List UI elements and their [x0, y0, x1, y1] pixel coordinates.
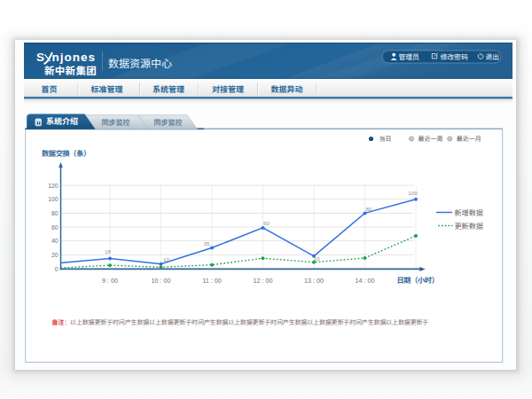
svg-text:标准管理: 标准管理: [90, 83, 122, 95]
svg-text:njones: njones: [52, 47, 97, 65]
svg-text:最近一月: 最近一月: [457, 134, 481, 143]
svg-text:20: 20: [51, 250, 59, 259]
svg-text:同步监控: 同步监控: [154, 117, 183, 127]
svg-text:备注：以上数据更新于时间产生数据以上数据更新于时间产生数据以: 备注：以上数据更新于时间产生数据以上数据更新于时间产生数据以上数据更新于时间产生…: [52, 317, 429, 326]
svg-text:新中新集团: 新中新集团: [44, 63, 97, 77]
svg-text:系统介绍: 系统介绍: [46, 115, 78, 127]
svg-text:新增数据: 新增数据: [455, 207, 483, 217]
svg-text:120: 120: [48, 181, 59, 190]
svg-text:数据交换（条）: 数据交换（条）: [42, 147, 90, 158]
svg-text:日期（小时）: 日期（小时）: [397, 274, 439, 285]
svg-text:10: 10: [163, 255, 169, 263]
svg-text:11 : 00: 11 : 00: [202, 276, 221, 285]
svg-text:80: 80: [51, 208, 59, 217]
svg-text:13 : 00: 13 : 00: [304, 276, 324, 285]
svg-text:S: S: [36, 47, 45, 65]
svg-text:10 : 00: 10 : 00: [152, 276, 171, 285]
svg-text:系统管理: 系统管理: [153, 83, 184, 95]
svg-text:100: 100: [408, 189, 418, 197]
svg-text:60: 60: [263, 219, 270, 227]
svg-text:0: 0: [55, 264, 59, 273]
svg-text:首页: 首页: [41, 83, 57, 95]
svg-text:10: 10: [314, 254, 320, 262]
svg-text:14 : 00: 14 : 00: [356, 276, 375, 285]
svg-text:退出: 退出: [486, 51, 500, 61]
svg-text:修改密码: 修改密码: [441, 51, 468, 61]
svg-text:同步监控: 同步监控: [102, 117, 130, 127]
svg-text:更新数据: 更新数据: [455, 220, 483, 231]
svg-text:数据异动: 数据异动: [270, 83, 302, 95]
svg-text:35: 35: [204, 239, 210, 247]
svg-text:对接管理: 对接管理: [212, 83, 244, 95]
svg-text:18: 18: [105, 247, 111, 255]
svg-text:最近一周: 最近一周: [419, 134, 443, 143]
svg-text:9 : 00: 9 : 00: [102, 276, 118, 285]
svg-text:当日: 当日: [379, 134, 392, 143]
svg-text:12 : 00: 12 : 00: [254, 276, 273, 285]
svg-text:80: 80: [366, 205, 372, 213]
svg-text:管理员: 管理员: [399, 51, 420, 61]
svg-text:数据资源中心: 数据资源中心: [108, 55, 172, 70]
svg-text:100: 100: [48, 194, 59, 203]
svg-text:60: 60: [51, 223, 59, 231]
svg-text:40: 40: [51, 236, 59, 245]
